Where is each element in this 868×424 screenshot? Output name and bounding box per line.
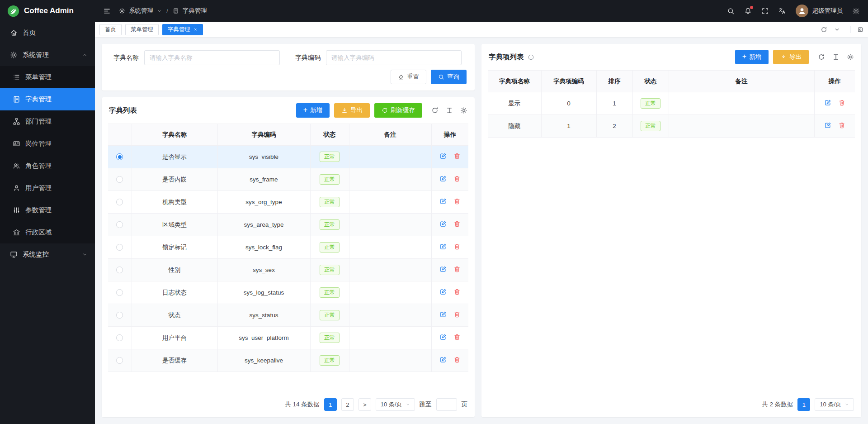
cell-dict-code: sys_status [217,304,310,327]
table-refresh-icon[interactable] [431,107,439,114]
tab-1[interactable]: 首页 [99,24,122,35]
sidebar-collapse-icon[interactable] [103,7,111,15]
add-item-button[interactable]: + 新增 [735,50,769,64]
notifications-button[interactable] [744,7,752,15]
table-row[interactable]: 是否显示sys_visible正常 [108,146,468,168]
tab-menu-chevron-icon[interactable] [834,26,840,33]
page-size-select[interactable]: 10 条/页 [815,398,854,411]
edit-icon[interactable] [439,288,447,295]
add-dict-button[interactable]: + 新增 [296,103,330,118]
edit-icon[interactable] [824,99,831,106]
settings-gear-icon[interactable] [852,7,860,15]
sidebar-group-monitor[interactable]: 系统监控 [0,243,95,266]
edit-icon[interactable] [439,152,447,160]
table-settings-icon[interactable] [847,53,854,61]
sidebar-item-post[interactable]: 岗位管理 [0,133,95,155]
row-radio[interactable] [116,267,123,273]
breadcrumb-level1[interactable]: 系统管理 [129,7,153,15]
tab-2[interactable]: 菜单管理 [125,24,159,35]
row-radio[interactable] [116,289,123,296]
row-radio[interactable] [116,199,123,205]
dict-code-input[interactable] [326,50,462,65]
delete-icon[interactable] [453,152,461,160]
tab-3[interactable]: 字典管理 [162,24,203,35]
table-settings-icon[interactable] [460,107,467,114]
fullscreen-icon[interactable] [761,7,769,15]
row-radio[interactable] [116,244,123,251]
table-row[interactable]: 是否内嵌sys_frame正常 [108,168,468,191]
refresh-cache-button[interactable]: 刷新缓存 [374,103,422,118]
dict-name-input[interactable] [144,50,280,65]
reset-button[interactable]: 重置 [391,70,426,84]
table-refresh-icon[interactable] [818,53,825,61]
table-row[interactable]: 日志状态sys_log_status正常 [108,281,468,304]
search-icon[interactable] [727,7,735,15]
delete-icon[interactable] [453,175,461,182]
delete-icon[interactable] [838,122,845,129]
query-button[interactable]: 查询 [431,70,467,84]
delete-icon[interactable] [453,333,461,341]
row-radio[interactable] [116,153,123,160]
content-fullscreen-icon[interactable] [850,26,863,33]
sidebar-group-system[interactable]: 系统管理 [0,44,95,66]
export-item-button[interactable]: 导出 [773,50,809,64]
pagination-total: 共 2 条数据 [762,400,793,409]
jump-page-input[interactable] [436,398,457,411]
edit-icon[interactable] [439,311,447,318]
delete-icon[interactable] [453,220,461,228]
edit-icon[interactable] [439,266,447,273]
edit-icon[interactable] [439,243,447,250]
table-row[interactable]: 显示01正常 [488,92,855,115]
edit-icon[interactable] [439,198,447,205]
delete-icon[interactable] [838,99,845,106]
table-row[interactable]: 机构类型sys_org_type正常 [108,191,468,214]
delete-icon[interactable] [453,356,461,363]
edit-icon[interactable] [439,175,447,182]
table-row[interactable]: 锁定标记sys_lock_flag正常 [108,236,468,259]
sidebar-item-dept[interactable]: 部门管理 [0,110,95,133]
breadcrumb: 系统管理 / 字典管理 [119,7,207,15]
table-row[interactable]: 是否缓存sys_keepalive正常 [108,349,468,372]
sidebar-item-role[interactable]: 角色管理 [0,155,95,177]
delete-icon[interactable] [453,288,461,295]
edit-icon[interactable] [439,333,447,341]
table-row[interactable]: 用户平台sys_user_platform正常 [108,327,468,349]
page-button-1[interactable]: 1 [797,398,810,411]
row-radio[interactable] [116,357,123,364]
refresh-tab-icon[interactable] [821,26,827,33]
page-size-value: 10 条/页 [381,400,402,409]
cell-item-code: 0 [541,92,596,115]
close-icon[interactable] [193,27,198,32]
delete-icon[interactable] [453,243,461,250]
table-density-icon[interactable] [832,53,840,61]
row-radio[interactable] [116,312,123,319]
user-menu[interactable]: 超级管理员 [796,5,843,17]
row-radio[interactable] [116,221,123,228]
edit-icon[interactable] [439,220,447,228]
sidebar-item-dict[interactable]: 字典管理 [0,88,95,110]
delete-icon[interactable] [453,266,461,273]
table-row[interactable]: 性别sys_sex正常 [108,259,468,281]
sidebar-item-region[interactable]: 行政区域 [0,221,95,243]
page-button-2[interactable]: 2 [341,398,354,411]
sidebar-item-menu[interactable]: 菜单管理 [0,66,95,88]
next-page-button[interactable]: > [359,398,371,411]
edit-icon[interactable] [439,356,447,363]
export-dict-button[interactable]: 导出 [334,103,370,118]
table-row[interactable]: 隐藏12正常 [488,115,855,138]
sidebar-item-param[interactable]: 参数管理 [0,199,95,221]
row-radio[interactable] [116,176,123,183]
table-density-icon[interactable] [446,107,453,114]
sidebar-item-user[interactable]: 用户管理 [0,177,95,199]
page-button-1[interactable]: 1 [324,398,337,411]
sidebar-item-label: 参数管理 [25,206,52,214]
edit-icon[interactable] [824,122,831,129]
translate-icon[interactable] [778,7,786,15]
page-size-select[interactable]: 10 条/页 [376,398,415,411]
row-radio[interactable] [116,334,123,341]
table-row[interactable]: 区域类型sys_area_type正常 [108,214,468,236]
delete-icon[interactable] [453,198,461,205]
table-row[interactable]: 状态sys_status正常 [108,304,468,327]
delete-icon[interactable] [453,311,461,318]
sidebar-item-home[interactable]: 首页 [0,22,95,44]
